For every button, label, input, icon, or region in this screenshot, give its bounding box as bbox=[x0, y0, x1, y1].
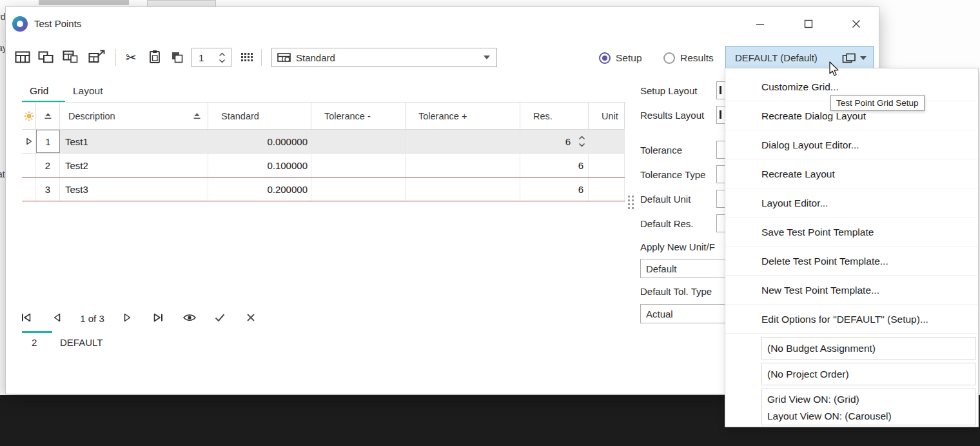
footer-tab-default[interactable]: DEFAULT bbox=[60, 337, 103, 348]
background-text-fragment: at bbox=[0, 169, 5, 179]
menu-item-delete-template[interactable]: Delete Test Point Template... bbox=[725, 247, 978, 276]
split-view-button[interactable] bbox=[38, 51, 54, 63]
next-record-button[interactable] bbox=[117, 309, 137, 326]
cell-standard[interactable]: 0.100000 bbox=[208, 154, 311, 177]
header-tolerance-minus[interactable]: Tolerance - bbox=[311, 103, 406, 129]
row-indicator-cell bbox=[22, 154, 36, 177]
scissors-icon: ✂ bbox=[126, 50, 137, 65]
radio-selected-icon bbox=[599, 52, 611, 64]
header-unit[interactable]: Unit bbox=[589, 103, 625, 129]
cell-tolerance-plus[interactable] bbox=[406, 177, 520, 201]
chevron-down-icon bbox=[578, 143, 585, 147]
layout-combo-icon bbox=[272, 52, 291, 63]
toolbar-separator bbox=[261, 49, 262, 66]
maximize-button[interactable] bbox=[798, 14, 819, 34]
copy-grid-button[interactable] bbox=[63, 50, 78, 63]
row-number-cell[interactable]: 3 bbox=[36, 177, 60, 201]
res-spinner[interactable] bbox=[578, 136, 585, 147]
spinner-arrows[interactable] bbox=[219, 52, 231, 63]
menu-item-new-template[interactable]: New Test Point Template... bbox=[725, 276, 978, 305]
header-indicator-cell[interactable] bbox=[22, 103, 36, 129]
close-button[interactable] bbox=[845, 14, 867, 34]
footer-tab-number[interactable]: 2 bbox=[32, 337, 37, 348]
cell-description[interactable]: Test3 bbox=[60, 177, 208, 201]
menu-item-edit-options[interactable]: Edit Options for "DEFAULT" (Setup)... bbox=[725, 305, 978, 334]
header-res[interactable]: Res. bbox=[520, 103, 589, 129]
cell-unit[interactable] bbox=[589, 154, 625, 177]
cell-standard[interactable]: 0.000000 bbox=[208, 130, 311, 153]
row-number-cell[interactable]: 2 bbox=[36, 154, 60, 177]
chevron-up-icon bbox=[578, 136, 585, 140]
cancel-edit-button[interactable] bbox=[241, 309, 260, 326]
menu-item-layout-editor[interactable]: Layout Editor... bbox=[725, 188, 978, 218]
cell-tolerance-minus[interactable] bbox=[311, 154, 406, 177]
header-tolerance-plus[interactable]: Tolerance + bbox=[406, 103, 520, 129]
menu-item-no-project-order[interactable]: (No Project Order) bbox=[761, 363, 976, 385]
cell-description[interactable]: Test1 bbox=[60, 130, 208, 153]
row-indicator-cell bbox=[22, 130, 36, 153]
cell-unit[interactable] bbox=[589, 130, 625, 153]
last-record-icon bbox=[152, 312, 164, 323]
export-grid-button[interactable] bbox=[88, 50, 105, 63]
preview-button[interactable] bbox=[180, 309, 199, 326]
first-record-button[interactable] bbox=[17, 309, 36, 326]
cell-tolerance-minus[interactable] bbox=[311, 177, 406, 201]
menu-item-dialog-layout-editor[interactable]: Dialog Layout Editor... bbox=[725, 130, 978, 159]
tab-layout[interactable]: Layout bbox=[73, 85, 103, 97]
cell-tolerance-plus[interactable] bbox=[406, 130, 520, 153]
cell-description[interactable]: Test2 bbox=[60, 154, 208, 177]
cut-button[interactable]: ✂ bbox=[126, 50, 137, 65]
setup-layout-label: Setup Layout bbox=[640, 85, 697, 96]
copy-grid-icon bbox=[63, 50, 78, 63]
cell-tolerance-plus[interactable] bbox=[406, 154, 520, 177]
eye-icon bbox=[182, 312, 197, 323]
tab-grid[interactable]: Grid bbox=[30, 85, 48, 97]
header-standard[interactable]: Standard bbox=[208, 103, 311, 129]
grid-view-button[interactable] bbox=[15, 51, 30, 63]
header-rownum-cell[interactable] bbox=[36, 103, 60, 129]
default-tol-type-combo[interactable]: Actual bbox=[640, 304, 727, 323]
background-ui-fragment bbox=[39, 0, 129, 5]
export-grid-icon bbox=[88, 50, 105, 63]
cell-res[interactable]: 6 bbox=[520, 177, 589, 201]
cell-res[interactable]: 6 bbox=[520, 130, 589, 153]
results-layout-label: Results Layout bbox=[640, 110, 704, 121]
row-number-cell[interactable]: 1 bbox=[36, 130, 60, 153]
x-icon bbox=[246, 312, 256, 323]
minimize-button[interactable] bbox=[749, 14, 771, 34]
table-row[interactable]: 2 Test2 0.100000 6 bbox=[22, 154, 625, 177]
accept-button[interactable] bbox=[210, 309, 230, 326]
template-dropdown-button[interactable]: DEFAULT (Default) bbox=[725, 46, 874, 70]
results-radio[interactable]: Results bbox=[663, 52, 714, 64]
cell-standard[interactable]: 0.200000 bbox=[208, 177, 311, 201]
sort-icon bbox=[193, 112, 201, 120]
menu-item-view-status[interactable]: Grid View ON: (Grid) Layout View ON: (Ca… bbox=[761, 389, 976, 425]
menu-item-recreate-layout[interactable]: Recreate Layout bbox=[725, 159, 978, 188]
previous-record-button[interactable] bbox=[48, 309, 67, 326]
header-description[interactable]: Description bbox=[60, 103, 208, 129]
count-spinner[interactable]: 1 bbox=[191, 48, 231, 67]
paste-button[interactable] bbox=[149, 50, 161, 64]
apply-new-unit-combo[interactable]: Default bbox=[640, 259, 727, 278]
default-tol-type-combo-value: Actual bbox=[641, 309, 673, 319]
chevron-down-icon bbox=[219, 59, 226, 63]
count-spinner-value: 1 bbox=[192, 52, 219, 63]
sort-icon bbox=[44, 112, 52, 120]
cells-grid-button[interactable] bbox=[240, 52, 253, 62]
copy-button[interactable] bbox=[171, 51, 183, 63]
last-record-button[interactable] bbox=[148, 309, 168, 326]
setup-radio[interactable]: Setup bbox=[599, 52, 642, 64]
cell-tolerance-minus[interactable] bbox=[311, 130, 406, 153]
menu-item-no-budget-assignment[interactable]: (No Budget Assignment) bbox=[761, 337, 976, 360]
grid-view-icon bbox=[15, 51, 30, 63]
mouse-cursor bbox=[829, 61, 841, 79]
cell-unit[interactable] bbox=[589, 177, 625, 201]
table-row[interactable]: 3 Test3 0.200000 6 bbox=[22, 177, 625, 201]
menu-item-save-template[interactable]: Save Test Point Template bbox=[725, 218, 978, 247]
radio-unselected-icon bbox=[663, 52, 675, 64]
apply-new-unit-label: Apply New Unit/F bbox=[640, 241, 715, 252]
cell-res[interactable]: 6 bbox=[520, 154, 589, 177]
table-row[interactable]: 1 Test1 0.000000 6 bbox=[22, 130, 625, 154]
layout-combo[interactable]: Standard bbox=[271, 48, 497, 67]
splitter-handle[interactable] bbox=[628, 196, 634, 209]
